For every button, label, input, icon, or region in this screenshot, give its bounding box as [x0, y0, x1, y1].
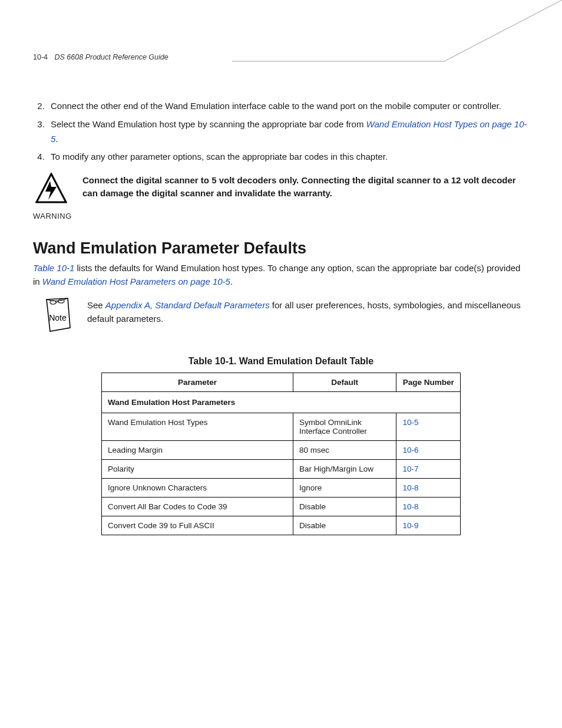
page-link[interactable]: 10-9	[402, 521, 418, 530]
step-3: Select the Wand Emulation host type by s…	[47, 117, 529, 147]
note-icon-column: Note	[41, 297, 74, 335]
page: 10-4 DS 6608 Product Reference Guide Con…	[0, 0, 562, 728]
cell-param: Ignore Unknown Characters	[102, 478, 293, 497]
cell-default: Disable	[293, 497, 396, 516]
step-2: Connect the other end of the Wand Emulat…	[47, 99, 529, 114]
warning-icon	[35, 173, 67, 207]
step-2-text: Connect the other end of the Wand Emulat…	[51, 101, 501, 111]
note-pre: See	[87, 300, 105, 310]
section-row-label: Wand Emulation Host Parameters	[102, 391, 461, 413]
book-title: DS 6608 Product Reference Guide	[55, 53, 168, 61]
defaults-table: Parameter Default Page Number Wand Emula…	[101, 373, 461, 535]
table-row: Convert All Bar Codes to Code 39 Disable…	[102, 497, 461, 516]
cell-param: Leading Margin	[102, 440, 293, 459]
running-header: 10-4 DS 6608 Product Reference Guide	[33, 53, 529, 61]
cell-default: Disable	[293, 516, 396, 535]
link-host-parameters[interactable]: Wand Emulation Host Parameters on page 1…	[42, 276, 230, 286]
step-4-text: To modify any other parameter options, s…	[51, 151, 388, 162]
cell-default: Symbol OmniLink Interface Controller	[293, 413, 396, 440]
page-link[interactable]: 10-8	[402, 502, 418, 511]
note-text: See Appendix A, Standard Default Paramet…	[87, 298, 529, 326]
table-row: Polarity Bar High/Margin Low 10-7	[102, 459, 461, 478]
cell-default: Ignore	[293, 478, 396, 497]
cell-param: Convert Code 39 to Full ASCII	[102, 516, 293, 535]
page-link[interactable]: 10-6	[402, 446, 418, 454]
warning-icon-column: WARNING	[33, 173, 70, 220]
table-row: Wand Emulation Host Types Symbol OmniLin…	[102, 413, 461, 440]
page-number: 10-4	[33, 53, 48, 61]
step-4: To modify any other parameter options, s…	[47, 150, 529, 164]
table-row: Convert Code 39 to Full ASCII Disable 10…	[102, 516, 461, 535]
cell-default: Bar High/Margin Low	[293, 459, 396, 478]
warning-block: WARNING Connect the digital scanner to 5…	[33, 173, 529, 220]
step-3-pre: Select the Wand Emulation host type by s…	[51, 119, 366, 129]
intro-post: .	[230, 276, 233, 286]
warning-text: Connect the digital scanner to 5 volt de…	[82, 173, 529, 200]
link-appendix-a[interactable]: Appendix A, Standard Default Parameters	[105, 300, 270, 310]
cell-param: Convert All Bar Codes to Code 39	[102, 497, 293, 516]
intro-paragraph: Table 10-1 lists the defaults for Wand E…	[33, 261, 529, 289]
table-row: Leading Margin 80 msec 10-6	[102, 440, 461, 459]
col-page-number: Page Number	[396, 373, 461, 391]
page-link[interactable]: 10-7	[402, 465, 418, 473]
cell-default: 80 msec	[293, 440, 396, 459]
table-section-row: Wand Emulation Host Parameters	[102, 391, 461, 413]
note-icon: Note	[43, 297, 72, 332]
col-parameter: Parameter	[102, 373, 293, 391]
col-default: Default	[293, 373, 396, 391]
warning-label: WARNING	[33, 212, 70, 220]
table-header-row: Parameter Default Page Number	[102, 373, 461, 391]
step-list: Connect the other end of the Wand Emulat…	[47, 99, 529, 164]
cell-param: Wand Emulation Host Types	[102, 413, 293, 440]
section-heading: Wand Emulation Parameter Defaults	[33, 239, 529, 258]
table-row: Ignore Unknown Characters Ignore 10-8	[102, 478, 461, 497]
note-block: Note See Appendix A, Standard Default Pa…	[41, 297, 529, 335]
page-link[interactable]: 10-8	[402, 483, 418, 492]
link-table-ref[interactable]: Table 10-1	[33, 263, 74, 273]
cell-param: Polarity	[102, 459, 293, 478]
note-label-text: Note	[49, 313, 67, 322]
step-3-post: .	[55, 134, 58, 144]
table-caption: Table 10-1. Wand Emulation Default Table	[33, 356, 529, 367]
page-link[interactable]: 10-5	[402, 418, 418, 427]
